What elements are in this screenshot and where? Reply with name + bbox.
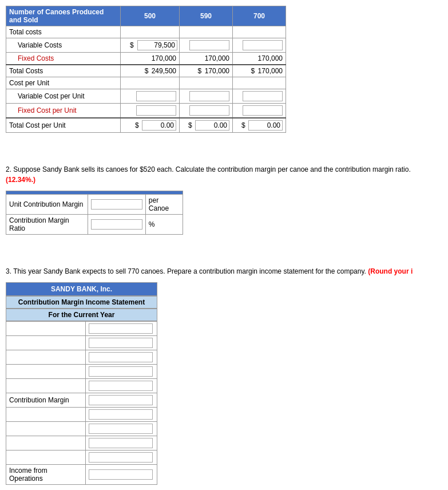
col-header-590: 590 (180, 6, 233, 26)
fixed-cpu-label: Fixed Cost per Unit (6, 104, 121, 118)
table-row: Total Costs $ 249,500 $ 170,000 $ 170,00… (6, 65, 286, 77)
unit-cm-label: Unit Contribution Margin (6, 195, 88, 215)
question3-text: 3. This year Sandy Bank expects to sell … (6, 266, 442, 276)
total-costs-500-value: 249,500 (152, 67, 176, 75)
table-row (6, 365, 157, 379)
table-row: Contribution Margin (6, 393, 157, 408)
table-row: Contribution Margin Ratio % (6, 215, 183, 235)
dollar-sign: $ (198, 67, 202, 75)
is-row8-label (6, 422, 86, 436)
fixed-cpu-700-input[interactable] (243, 105, 283, 116)
table-row: Income from Operations (6, 465, 157, 485)
table-row: Variable Cost per Unit (6, 89, 286, 104)
pct-label: % (145, 215, 183, 235)
is-row7-label (6, 408, 86, 422)
dollar-sign: $ (135, 121, 139, 129)
contribution-margin-label: Contribution Margin (6, 393, 86, 408)
table-row (6, 451, 157, 465)
contribution-margin-input[interactable] (89, 395, 153, 405)
table-row (6, 436, 157, 451)
variable-costs-500-input[interactable] (137, 40, 177, 50)
table-row: Fixed Cost per Unit (6, 104, 286, 118)
table-row: Cost per Unit (6, 77, 286, 89)
table-row (6, 422, 157, 436)
table-row: Unit Contribution Margin per Canoe (6, 195, 183, 215)
dollar-sign: $ (130, 41, 134, 49)
total-cpu-590-input[interactable] (195, 120, 229, 131)
question2-text: 2. Suppose Sandy Bank sells its canoes f… (6, 164, 442, 185)
is-row2-input[interactable] (89, 338, 153, 348)
variable-cpu-700-input[interactable] (243, 91, 283, 101)
income-from-operations-input[interactable] (89, 469, 153, 480)
income-stmt-header1: SANDY BANK, Inc. (6, 282, 157, 296)
is-row5-input[interactable] (89, 381, 153, 391)
table-row: Total costs (6, 26, 286, 38)
contribution-margin-table: Unit Contribution Margin per Canoe Contr… (6, 191, 183, 235)
total-cpu-500-input[interactable] (142, 120, 176, 131)
total-costs-700-value: 170,000 (258, 67, 283, 75)
table-row: Total Cost per Unit $ $ $ (6, 118, 286, 133)
total-cpu-700-input[interactable] (248, 120, 283, 131)
variable-costs-label: Variable Costs (6, 38, 121, 53)
cm-ratio-label: Contribution Margin Ratio (6, 215, 88, 235)
col-header-700: 700 (233, 6, 286, 26)
cost-per-unit-section-label: Cost per Unit (6, 77, 121, 89)
income-stmt-header2: Contribution Margin Income Statement (6, 296, 157, 309)
is-row8-input[interactable] (89, 424, 153, 434)
table-row (6, 379, 157, 393)
variable-cpu-590-input[interactable] (189, 91, 229, 101)
is-row10-label (6, 451, 86, 465)
is-row3-input[interactable] (89, 352, 153, 362)
is-row5-label (6, 379, 86, 393)
table-row (6, 350, 157, 365)
table-row (6, 408, 157, 422)
total-costs-590-value: 170,000 (205, 67, 229, 75)
dollar-sign: $ (241, 121, 245, 129)
is-row1-label (6, 322, 86, 336)
total-costs-section-label: Total costs (6, 26, 121, 38)
is-row3-label (6, 350, 86, 365)
total-costs-label: Total Costs (6, 65, 121, 77)
is-row1-input[interactable] (89, 323, 153, 334)
question3-hint: (Round your i (368, 267, 413, 275)
fixed-cpu-500-input[interactable] (136, 105, 176, 116)
income-statement-wrapper: SANDY BANK, Inc. Contribution Margin Inc… (6, 282, 157, 485)
variable-costs-700-input[interactable] (243, 40, 283, 50)
total-cpu-label: Total Cost per Unit (6, 118, 121, 133)
question2-hint: (12.34%.) (6, 176, 35, 184)
cm-ratio-input[interactable] (91, 219, 142, 230)
is-row7-input[interactable] (89, 409, 153, 420)
income-statement-table: Contribution Margin (6, 321, 157, 485)
is-row10-input[interactable] (89, 452, 153, 463)
variable-cpu-500-input[interactable] (136, 91, 176, 101)
table-row: Fixed Costs 170,000 170,000 170,000 (6, 53, 286, 65)
dollar-sign: $ (251, 67, 255, 75)
is-row9-label (6, 436, 86, 451)
canoes-cost-table: Number of Canoes Produced and Sold 500 5… (6, 6, 286, 133)
per-canoe-label: per Canoe (145, 195, 183, 215)
variable-costs-590-input[interactable] (189, 40, 229, 50)
unit-cm-input[interactable] (91, 199, 142, 210)
table-row (6, 336, 157, 350)
col-header-label: Number of Canoes Produced and Sold (6, 6, 121, 26)
is-row4-input[interactable] (89, 366, 153, 377)
income-stmt-header3: For the Current Year (6, 309, 157, 321)
table-row: Variable Costs $ (6, 38, 286, 53)
col-header-500: 500 (121, 6, 180, 26)
dollar-sign: $ (188, 121, 192, 129)
dollar-sign: $ (145, 67, 149, 75)
is-row9-input[interactable] (89, 438, 153, 448)
variable-cpu-label: Variable Cost per Unit (6, 89, 121, 104)
is-row2-label (6, 336, 86, 350)
table-row (6, 322, 157, 336)
fixed-costs-label: Fixed Costs (6, 53, 121, 65)
fixed-cpu-590-input[interactable] (189, 105, 229, 116)
income-from-operations-label: Income from Operations (6, 465, 86, 485)
is-row4-label (6, 365, 86, 379)
